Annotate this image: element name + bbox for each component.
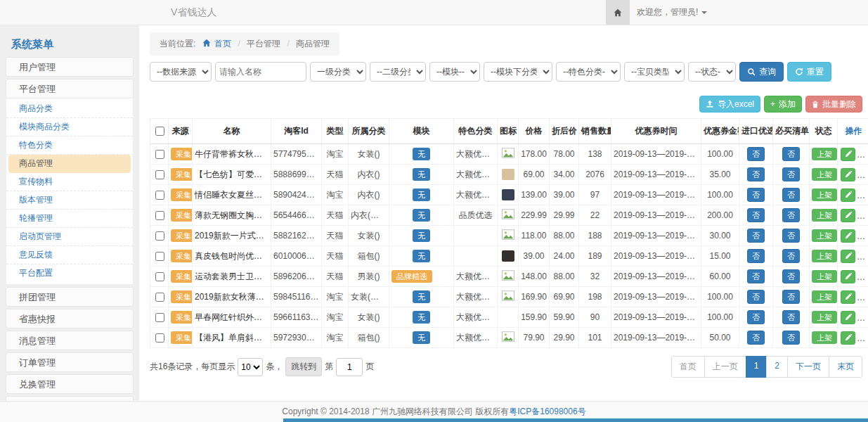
edit-button[interactable] — [841, 290, 855, 304]
status-badge[interactable]: 上架 — [812, 229, 837, 242]
status-badge[interactable]: 上架 — [812, 270, 837, 283]
must-buy-toggle[interactable]: 否 — [782, 331, 800, 345]
page-button[interactable]: 1 — [746, 356, 767, 378]
coupon-time: 2019-09-13—2019-09-17 — [611, 287, 701, 307]
import-select-toggle[interactable]: 否 — [747, 269, 765, 283]
status-badge[interactable]: 上架 — [812, 148, 837, 160]
per-page-select[interactable]: 10 — [238, 358, 263, 376]
batch-delete-button[interactable]: 批量删除 — [805, 96, 862, 113]
home-button[interactable] — [606, 0, 630, 25]
select-all-checkbox[interactable] — [155, 127, 164, 136]
sidebar-item[interactable]: 特色分类 — [6, 136, 133, 155]
row-checkbox[interactable] — [155, 170, 164, 179]
edit-button[interactable] — [841, 270, 855, 283]
status-badge[interactable]: 上架 — [812, 331, 837, 344]
sidebar-item[interactable]: 启动页管理 — [6, 228, 133, 246]
must-buy-toggle[interactable]: 否 — [782, 249, 800, 263]
status-badge[interactable]: 上架 — [812, 311, 837, 324]
page-button[interactable]: 上一页 — [704, 356, 746, 378]
search-button[interactable]: 查询 — [739, 62, 784, 82]
import-select-toggle[interactable]: 否 — [747, 290, 765, 304]
discount-price: 39.00 — [550, 185, 579, 205]
row-checkbox[interactable] — [155, 150, 164, 159]
sidebar-item[interactable]: 版本管理 — [6, 191, 133, 210]
sidebar-item[interactable]: 商品管理 — [8, 155, 131, 173]
sidebar-section[interactable]: 兑换管理 — [6, 374, 134, 394]
filter-select[interactable]: --模块-- — [429, 62, 480, 82]
page-button[interactable]: 首页 — [671, 356, 705, 378]
row-checkbox[interactable] — [155, 231, 164, 241]
name-search-input[interactable] — [215, 62, 306, 82]
must-buy-toggle[interactable]: 否 — [782, 208, 800, 222]
icp-link[interactable]: 粤ICP备16098006号 — [509, 406, 585, 418]
edit-button[interactable] — [841, 250, 855, 263]
must-buy-toggle[interactable]: 否 — [782, 147, 800, 161]
sales-count: 97 — [579, 185, 611, 205]
row-checkbox[interactable] — [155, 272, 164, 281]
edit-button[interactable] — [841, 331, 855, 345]
sidebar-item[interactable]: 模块商品分类 — [6, 118, 133, 136]
filter-select[interactable]: 一级分类 — [310, 62, 366, 82]
filter-select[interactable]: --宝贝类型-- — [624, 62, 685, 82]
import-select-toggle[interactable]: 否 — [747, 208, 765, 222]
row-checkbox[interactable] — [155, 313, 164, 322]
row-checkbox[interactable] — [155, 252, 164, 261]
page-button[interactable]: 2 — [766, 356, 788, 378]
import-select-toggle[interactable]: 否 — [747, 249, 765, 263]
row-checkbox[interactable] — [155, 191, 164, 200]
page-number-input[interactable] — [336, 358, 363, 376]
import-select-toggle[interactable]: 否 — [747, 188, 765, 202]
sidebar-item[interactable]: 平台配置 — [6, 264, 133, 283]
sidebar-section[interactable]: 订单管理 — [6, 352, 134, 372]
must-buy-toggle[interactable]: 否 — [782, 310, 800, 324]
import-select-toggle[interactable]: 否 — [747, 229, 765, 243]
jump-button[interactable]: 跳转到 — [285, 357, 322, 376]
edit-button[interactable] — [841, 148, 855, 161]
import-select-toggle[interactable]: 否 — [747, 331, 765, 345]
import-select-toggle[interactable]: 否 — [747, 147, 765, 161]
page-button[interactable]: 末页 — [829, 356, 862, 378]
import-excel-button[interactable]: 导入excel — [699, 96, 760, 113]
status-badge[interactable]: 上架 — [812, 250, 837, 262]
taoke-id: 565446685867 — [271, 205, 322, 226]
sidebar-section[interactable]: 用户管理 — [6, 57, 134, 77]
filter-select[interactable]: --特色分类-- — [556, 62, 621, 82]
edit-button[interactable] — [841, 209, 855, 222]
page-button[interactable]: 下一页 — [787, 356, 829, 378]
filter-select[interactable]: --模块下分类-- — [484, 62, 552, 82]
filter-select[interactable]: --数据来源-- — [150, 62, 212, 82]
sidebar-item[interactable]: 轮播管理 — [6, 210, 133, 228]
sidebar-item[interactable]: 商品分类 — [6, 100, 133, 118]
filter-select[interactable]: --状态-- — [688, 62, 736, 82]
sidebar-section[interactable]: 平台管理 — [6, 79, 134, 98]
breadcrumb-home-link[interactable]: 首页 — [214, 39, 231, 49]
sidebar-section[interactable]: 拼团管理 — [6, 287, 134, 307]
row-checkbox[interactable] — [155, 333, 164, 343]
status-badge[interactable]: 上架 — [812, 209, 837, 222]
must-buy-toggle[interactable]: 否 — [782, 269, 800, 283]
status-badge[interactable]: 上架 — [812, 168, 837, 181]
reset-button[interactable]: 重置 — [787, 62, 831, 82]
edit-button[interactable] — [841, 188, 855, 202]
user-menu[interactable]: 欢迎您，管理员! — [637, 0, 707, 25]
sidebar-item[interactable]: 宣传物料 — [6, 173, 133, 191]
row-checkbox[interactable] — [155, 211, 164, 220]
must-buy-toggle[interactable]: 否 — [782, 188, 800, 202]
edit-button[interactable] — [841, 229, 855, 243]
must-buy-toggle[interactable]: 否 — [782, 229, 800, 243]
sidebar-section[interactable]: 省惠快报 — [6, 309, 134, 328]
breadcrumb-separator: / — [287, 39, 289, 49]
edit-button[interactable] — [841, 311, 855, 324]
must-buy-toggle[interactable]: 否 — [782, 290, 800, 304]
import-select-toggle[interactable]: 否 — [747, 167, 765, 181]
row-checkbox[interactable] — [155, 293, 164, 302]
edit-button[interactable] — [841, 168, 855, 181]
status-badge[interactable]: 上架 — [812, 188, 837, 201]
status-badge[interactable]: 上架 — [812, 290, 837, 303]
must-buy-toggle[interactable]: 否 — [782, 167, 800, 181]
sidebar-section[interactable]: 消息管理 — [6, 331, 134, 350]
add-button[interactable]: + 添加 — [764, 96, 802, 113]
sidebar-item[interactable]: 意见反馈 — [6, 246, 133, 264]
import-select-toggle[interactable]: 否 — [747, 310, 765, 324]
filter-select[interactable]: --二级分类-- — [370, 62, 426, 82]
